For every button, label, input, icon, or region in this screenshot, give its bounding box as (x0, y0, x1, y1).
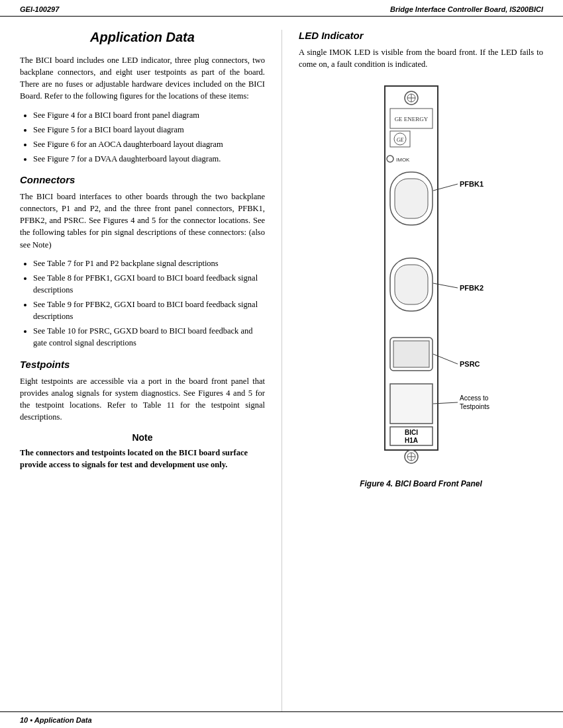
list-item: See Figure 6 for an AOCA daughterboard l… (33, 138, 265, 150)
figure-caption: Figure 4. BICI Board Front Panel (360, 479, 482, 488)
svg-text:Testpoints: Testpoints (460, 403, 489, 410)
testpoints-text: Eight testpoints are accessible via a po… (20, 375, 265, 424)
svg-rect-21 (390, 384, 433, 424)
bullet-list-1: See Figure 4 for a BICI board front pane… (33, 109, 265, 165)
list-item: See Table 10 for PSRC, GGXD board to BIC… (33, 325, 265, 349)
svg-text:GE: GE (396, 137, 403, 143)
header-left: GEI-100297 (20, 5, 59, 13)
list-item: See Table 8 for PFBK1, GGXI board to BIC… (33, 272, 265, 296)
svg-text:GE ENERGY: GE ENERGY (394, 116, 428, 122)
note-heading: Note (20, 432, 265, 443)
svg-text:H1A: H1A (404, 437, 417, 444)
header-right: Bridge Interface Controller Board, IS200… (390, 5, 543, 13)
list-item: See Figure 5 for a BICI board layout dia… (33, 124, 265, 136)
right-column: LED Indicator A single IMOK LED is visib… (299, 30, 543, 711)
svg-rect-16 (395, 265, 428, 304)
list-item: See Table 9 for PFBK2, GGXI board to BIC… (33, 298, 265, 322)
svg-rect-13 (395, 179, 428, 218)
connectors-heading: Connectors (20, 174, 265, 185)
list-item: See Table 7 for P1 and P2 backplane sign… (33, 257, 265, 269)
list-item: See Figure 7 for a DVAA daughterboard la… (33, 153, 265, 165)
led-heading: LED Indicator (299, 30, 543, 41)
pfbk1-label: PFBK1 (460, 180, 484, 188)
page-container: GEI-100297 Bridge Interface Controller B… (0, 0, 563, 728)
page-footer: 10 • Application Data (0, 711, 563, 728)
page-title: Application Data (20, 30, 265, 45)
page-header: GEI-100297 Bridge Interface Controller B… (0, 0, 563, 17)
content-area: Application Data The BICI board includes… (0, 17, 563, 711)
left-column: Application Data The BICI board includes… (20, 30, 265, 711)
note-text: The connectors and testpoints located on… (20, 447, 265, 471)
board-diagram-container: GE ENERGY GE IMOK (299, 79, 543, 488)
access-label: Access to (460, 394, 489, 402)
svg-text:BICI: BICI (405, 429, 418, 436)
board-svg: GE ENERGY GE IMOK (348, 79, 494, 470)
list-item: See Figure 4 for a BICI board front pane… (33, 109, 265, 121)
bullet-list-2: See Table 7 for P1 and P2 backplane sign… (33, 257, 265, 349)
connectors-text: The BICI board interfaces to other board… (20, 191, 265, 251)
testpoints-heading: Testpoints (20, 359, 265, 370)
column-divider (282, 30, 282, 711)
led-text: A single IMOK LED is visible from the bo… (299, 46, 543, 70)
psrc-label: PSRC (460, 360, 480, 368)
footer-text: 10 • Application Data (20, 716, 92, 724)
pfbk2-label: PFBK2 (460, 284, 484, 292)
intro-text: The BICI board includes one LED indicato… (20, 54, 265, 103)
svg-rect-19 (393, 341, 429, 367)
svg-text:IMOK: IMOK (396, 157, 410, 163)
board-diagram: GE ENERGY GE IMOK (348, 79, 494, 473)
